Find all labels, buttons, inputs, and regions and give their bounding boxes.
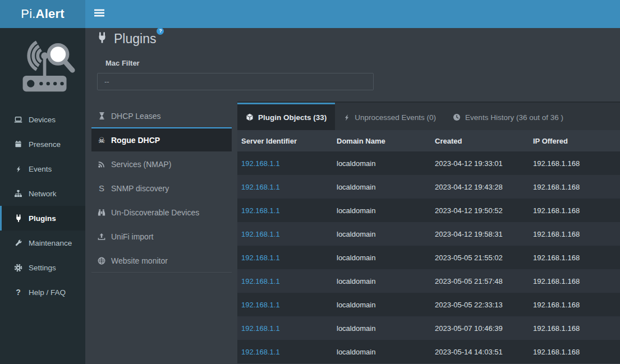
- cell-server-identifier: 192.168.1.1: [237, 151, 333, 175]
- sidebar: DevicesPresenceEventsNetworkPluginsMaint…: [0, 28, 85, 364]
- question-icon: ?: [13, 288, 23, 296]
- submenu-item-dhcp-leases[interactable]: DHCP Leases: [91, 103, 232, 127]
- cell-server-identifier: 192.168.1.1: [237, 316, 333, 340]
- tab-unprocessed-events[interactable]: Unprocessed Events (0): [335, 103, 444, 130]
- submenu-item-label: Website monitor: [111, 256, 168, 265]
- sitemap-icon: [13, 190, 23, 197]
- tab-events-history[interactable]: Events History (36 out of 36 ): [444, 103, 572, 130]
- gear-icon: [13, 264, 23, 272]
- table-row: 192.168.1.1localdomain2023-04-12 19:58:3…: [237, 222, 620, 246]
- cell-server-identifier: 192.168.1.1: [237, 269, 333, 293]
- sidebar-menu: DevicesPresenceEventsNetworkPluginsMaint…: [0, 107, 85, 305]
- wrench-icon: [13, 239, 23, 247]
- table-cell: 192.168.1.168: [529, 246, 620, 269]
- table-body: 192.168.1.1localdomain2023-04-12 19:33:0…: [237, 151, 620, 363]
- sidebar-item-presence[interactable]: Presence: [0, 132, 85, 156]
- table-cell: localdomain: [333, 316, 431, 340]
- cube-icon: [246, 113, 254, 121]
- submenu-item-snmp-discovery[interactable]: SSNMP discovery: [91, 176, 232, 200]
- submenu-item-label: Services (NMAP): [111, 160, 171, 169]
- tab-label: Unprocessed Events (0): [355, 113, 436, 122]
- sidebar-item-plugins[interactable]: Plugins: [0, 206, 85, 231]
- sidebar-item-label: Help / FAQ: [29, 288, 66, 297]
- submenu-item-label: UniFi import: [111, 232, 153, 241]
- submenu-item-rogue-dhcp[interactable]: ☠Rogue DHCP: [91, 127, 232, 151]
- table-cell: localdomain: [333, 199, 431, 222]
- top-navbar: Pi.Alert: [0, 0, 620, 28]
- server-identifier-link[interactable]: 192.168.1.1: [241, 324, 280, 333]
- table-cell: 192.168.1.168: [529, 199, 620, 222]
- sidebar-item-settings[interactable]: Settings: [0, 255, 85, 280]
- table-row: 192.168.1.1localdomain2023-05-05 22:33:1…: [237, 293, 620, 316]
- table-cell: 192.168.1.168: [529, 316, 620, 340]
- main-content: Plugins? Mac Filter DHCP Leases☠Rogue DH…: [85, 28, 620, 364]
- pialert-app: Pi.Alert: [0, 0, 620, 364]
- brand-logo[interactable]: Pi.Alert: [0, 0, 85, 28]
- table-cell: localdomain: [333, 293, 431, 316]
- submenu-item-website-monitor[interactable]: Website monitor: [91, 248, 232, 272]
- mac-filter-label: Mac Filter: [105, 59, 140, 67]
- table-cell: 192.168.1.168: [529, 293, 620, 316]
- globe-icon: [97, 257, 107, 265]
- table-cell: 2023-05-05 22:33:13: [431, 293, 529, 316]
- column-header-ip-offered[interactable]: IP Offered: [529, 130, 620, 151]
- bolt-icon: [343, 113, 350, 122]
- server-identifier-link[interactable]: 192.168.1.1: [241, 254, 280, 262]
- server-identifier-link[interactable]: 192.168.1.1: [241, 348, 280, 356]
- sidebar-item-help-faq[interactable]: ?Help / FAQ: [0, 280, 85, 305]
- router-search-logo: [0, 28, 85, 107]
- sidebar-toggle-button[interactable]: [87, 0, 112, 28]
- submenu-item-label: Rogue DHCP: [111, 136, 160, 145]
- sidebar-item-label: Devices: [29, 116, 56, 124]
- sidebar-item-maintenance[interactable]: Maintenance: [0, 231, 85, 255]
- table-cell: 192.168.1.168: [529, 151, 620, 175]
- column-header-domain-name[interactable]: Domain Name: [333, 130, 431, 151]
- plugin-objects-table: Server IdentifierDomain NameCreatedIP Of…: [237, 130, 620, 363]
- table-row: 192.168.1.1localdomain2023-04-12 19:33:0…: [237, 151, 620, 175]
- server-identifier-link[interactable]: 192.168.1.1: [241, 301, 280, 309]
- server-identifier-link[interactable]: 192.168.1.1: [241, 183, 280, 191]
- table-row: 192.168.1.1localdomain2023-04-12 19:43:2…: [237, 175, 620, 199]
- laptop-icon: [13, 116, 23, 124]
- table-cell: localdomain: [333, 175, 431, 199]
- table-row: 192.168.1.1localdomain2023-05-07 10:46:3…: [237, 316, 620, 340]
- help-badge[interactable]: ?: [157, 27, 164, 35]
- sidebar-item-devices[interactable]: Devices: [0, 107, 85, 132]
- mac-filter-input[interactable]: [97, 73, 374, 90]
- table-header-row: Server IdentifierDomain NameCreatedIP Of…: [237, 130, 620, 151]
- server-identifier-link[interactable]: 192.168.1.1: [241, 277, 280, 285]
- column-header-server-identifier[interactable]: Server Identifier: [237, 130, 333, 151]
- skull-icon: ☠: [97, 136, 107, 144]
- column-header-created[interactable]: Created: [431, 130, 529, 151]
- plug-icon: [97, 32, 108, 46]
- sidebar-item-label: Presence: [29, 140, 61, 149]
- tab-bar: Plugin Objects (33)Unprocessed Events (0…: [237, 102, 620, 130]
- sidebar-item-events[interactable]: Events: [0, 156, 85, 181]
- sidebar-item-label: Network: [29, 190, 57, 198]
- page-title: Plugins?: [114, 31, 156, 47]
- table-row: 192.168.1.1localdomain2023-04-12 19:50:5…: [237, 199, 620, 222]
- submenu-item-services-nmap[interactable]: Services (NMAP): [91, 151, 232, 176]
- clock-icon: [453, 113, 461, 121]
- table-cell: 2023-05-07 10:46:39: [431, 316, 529, 340]
- signal-icon: [97, 160, 107, 168]
- server-identifier-link[interactable]: 192.168.1.1: [241, 230, 280, 238]
- submenu-item-label: DHCP Leases: [111, 112, 160, 121]
- table-cell: localdomain: [333, 246, 431, 269]
- sidebar-item-network[interactable]: Network: [0, 181, 85, 206]
- table-cell: 192.168.1.168: [529, 222, 620, 246]
- table-cell: 192.168.1.168: [529, 269, 620, 293]
- cell-server-identifier: 192.168.1.1: [237, 222, 333, 246]
- submenu-item-un-discoverable-devices[interactable]: Un-Discoverable Devices: [91, 200, 232, 224]
- bolt-icon: [13, 165, 23, 173]
- tab-plugin-objects[interactable]: Plugin Objects (33): [237, 103, 335, 130]
- server-identifier-link[interactable]: 192.168.1.1: [241, 206, 280, 215]
- table-cell: 192.168.1.168: [529, 175, 620, 199]
- cell-server-identifier: 192.168.1.1: [237, 293, 333, 316]
- calendar-icon: [13, 140, 23, 148]
- table-cell: localdomain: [333, 340, 431, 363]
- submenu-item-unifi-import[interactable]: UniFi import: [91, 224, 232, 248]
- table-row: 192.168.1.1localdomain2023-05-05 21:55:0…: [237, 246, 620, 269]
- table-row: 192.168.1.1localdomain2023-05-14 14:03:5…: [237, 340, 620, 363]
- server-identifier-link[interactable]: 192.168.1.1: [241, 159, 280, 168]
